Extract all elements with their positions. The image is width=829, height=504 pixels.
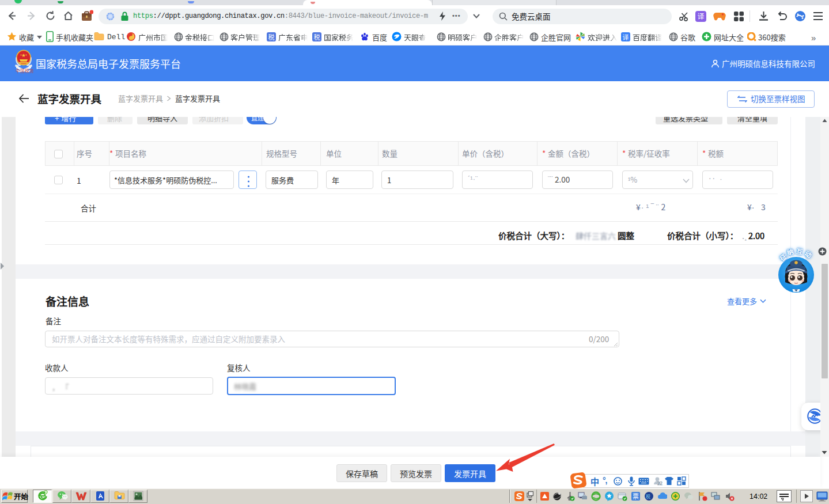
svg-text:22: 22 [657, 480, 663, 486]
svg-text:票: 票 [633, 491, 639, 501]
svg-text:税: 税 [646, 493, 650, 499]
